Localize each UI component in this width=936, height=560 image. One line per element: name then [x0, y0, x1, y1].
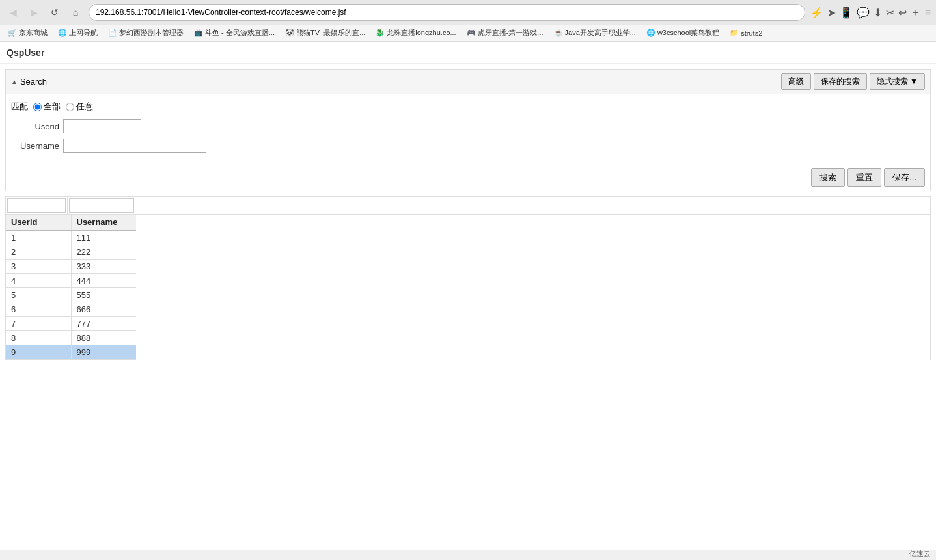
filter-username-input[interactable] [69, 198, 134, 213]
bookmark-jd-label: 京东商城 [19, 28, 48, 38]
userid-label: Userid [11, 122, 63, 131]
lightning-icon: ⚡ [810, 7, 823, 19]
cell-userid: 6 [6, 302, 71, 317]
nav-icon: 🌐 [58, 29, 67, 37]
table-row[interactable]: 4444 [6, 274, 136, 288]
wechat-icon: 💬 [857, 7, 870, 19]
cell-username: 444 [71, 274, 136, 288]
table-header: Userid Username [6, 215, 136, 230]
table-row[interactable]: 5555 [6, 288, 136, 302]
table-row[interactable]: 7777 [6, 317, 136, 331]
match-row: 匹配 全部 任意 [11, 101, 925, 113]
undo-icon: ↩ [898, 7, 907, 19]
reset-button[interactable]: 重置 [847, 168, 881, 187]
bookmark-mnxy-label: 梦幻西游副本管理器 [119, 28, 184, 38]
java-icon: ☕ [554, 29, 563, 37]
search-actions: 搜索 重置 保存... [6, 165, 930, 191]
match-any-radio[interactable] [66, 103, 74, 111]
bookmark-panda[interactable]: 🐼 熊猫TV_最娱乐的直... [281, 27, 369, 39]
table-row[interactable]: 3333 [6, 260, 136, 274]
bookmark-longzhu[interactable]: 🐉 龙珠直播longzhu.co... [372, 27, 460, 39]
bookmark-nav[interactable]: 🌐 上网导航 [54, 27, 102, 39]
table-filter-row [6, 197, 930, 215]
bookmark-w3c[interactable]: 🌐 w3cschool菜鸟教程 [642, 27, 723, 39]
bookmark-mnxy[interactable]: 📄 梦幻西游副本管理器 [104, 27, 187, 39]
bookmark-huya-label: 虎牙直播-第一游戏... [478, 28, 544, 38]
panda-icon: 🐼 [285, 29, 294, 37]
scissors-icon: ✂ [886, 7, 894, 19]
cell-userid: 9 [6, 345, 71, 360]
forward-button[interactable]: ▶ [26, 5, 42, 20]
match-all-text: 全部 [44, 101, 61, 113]
bookmarks-bar: 🛒 京东商城 🌐 上网导航 📄 梦幻西游副本管理器 📺 斗鱼 - 全民游戏直播.… [0, 25, 936, 42]
cell-userid: 3 [6, 260, 71, 274]
back-button[interactable]: ◀ [5, 5, 21, 20]
jd-icon: 🛒 [8, 29, 17, 37]
filter-cell-username [68, 197, 135, 214]
cell-userid: 5 [6, 288, 71, 302]
table-row[interactable]: 1111 [6, 230, 136, 245]
table-row[interactable]: 2222 [6, 245, 136, 260]
saved-search-button[interactable]: 保存的搜索 [814, 73, 867, 90]
bookmark-java-label: Java开发高手职业学... [565, 28, 636, 38]
cell-username: 222 [71, 245, 136, 260]
struts2-icon: 📁 [730, 29, 739, 37]
advanced-button[interactable]: 高级 [781, 73, 811, 90]
cell-username: 111 [71, 230, 136, 245]
col-header-username: Username [71, 215, 136, 230]
statusbar-text: 亿速云 [909, 550, 931, 550]
phone-icon: 📱 [840, 7, 853, 19]
username-label: Username [11, 141, 63, 151]
toolbar-icons: ⚡ ➤ 📱 💬 ⬇ ✂ ↩ ＋ ≡ [810, 6, 931, 20]
bookmark-struts2[interactable]: 📁 struts2 [726, 27, 766, 38]
match-all-radio[interactable] [33, 103, 42, 111]
data-table: Userid Username 111122223333444455556666… [6, 215, 136, 360]
bookmark-java[interactable]: ☕ Java开发高手职业学... [550, 27, 640, 39]
bookmark-douyu-label: 斗鱼 - 全民游戏直播... [205, 28, 275, 38]
search-panel: ▲ Search 高级 保存的搜索 隐式搜索 ▼ 匹配 全部 任意 [5, 69, 931, 191]
address-bar[interactable] [89, 4, 805, 21]
save-button[interactable]: 保存... [884, 168, 925, 187]
download-icon: ⬇ [874, 7, 882, 19]
filter-userid-input[interactable] [7, 198, 66, 213]
browser-chrome: ◀ ▶ ↺ ⌂ ⚡ ➤ 📱 💬 ⬇ ✂ ↩ ＋ ≡ 🛒 京东商城 🌐 上网导航 … [0, 0, 936, 42]
cell-userid: 4 [6, 274, 71, 288]
header-row: Userid Username [6, 215, 136, 230]
search-title-area: ▲ Search [11, 77, 47, 87]
bookmark-douyu[interactable]: 📺 斗鱼 - 全民游戏直播... [190, 27, 279, 39]
hidden-search-button[interactable]: 隐式搜索 ▼ [870, 73, 925, 90]
bookmark-nav-label: 上网导航 [69, 28, 98, 38]
bookmark-longzhu-label: 龙珠直播longzhu.co... [387, 28, 456, 38]
menu-icon: ≡ [925, 7, 931, 18]
table-row[interactable]: 6666 [6, 302, 136, 317]
douyu-icon: 📺 [194, 29, 203, 37]
huya-icon: 🎮 [467, 29, 476, 37]
cell-userid: 8 [6, 331, 71, 345]
cell-username: 555 [71, 288, 136, 302]
page-title: QspUser [0, 42, 936, 64]
bookmark-panda-label: 熊猫TV_最娱乐的直... [296, 28, 365, 38]
cell-username: 888 [71, 331, 136, 345]
statusbar: 亿速云 [904, 548, 936, 550]
bookmark-huya[interactable]: 🎮 虎牙直播-第一游戏... [463, 27, 547, 39]
match-any-text: 任意 [76, 101, 93, 113]
bookmark-jd[interactable]: 🛒 京东商城 [4, 27, 51, 39]
userid-input[interactable] [63, 119, 141, 133]
refresh-button[interactable]: ↺ [47, 5, 62, 20]
match-any-label[interactable]: 任意 [66, 101, 93, 113]
page-content: QspUser ▲ Search 高级 保存的搜索 隐式搜索 ▼ 匹配 全部 [0, 42, 936, 550]
arrow-icon: ➤ [827, 7, 836, 19]
table-row[interactable]: 9999 [6, 345, 136, 360]
match-all-label[interactable]: 全部 [33, 101, 61, 113]
home-button[interactable]: ⌂ [68, 5, 83, 20]
table-row[interactable]: 8888 [6, 331, 136, 345]
search-button[interactable]: 搜索 [811, 168, 845, 187]
cell-username: 333 [71, 260, 136, 274]
plus-icon: ＋ [911, 6, 921, 20]
w3c-icon: 🌐 [646, 29, 655, 37]
cell-userid: 1 [6, 230, 71, 245]
username-input[interactable] [63, 139, 206, 153]
longzhu-icon: 🐉 [376, 29, 385, 37]
cell-username: 666 [71, 302, 136, 317]
bookmark-w3c-label: w3cschool菜鸟教程 [657, 28, 719, 38]
